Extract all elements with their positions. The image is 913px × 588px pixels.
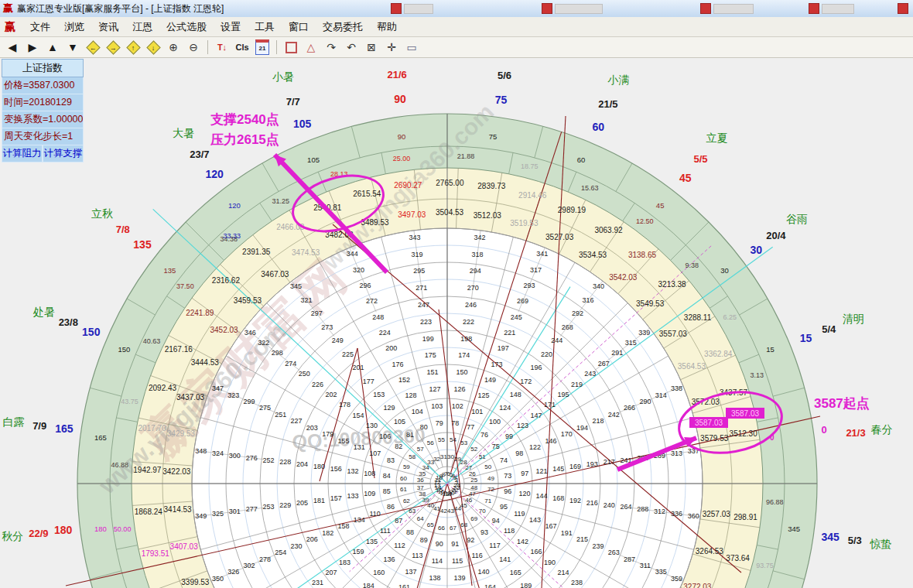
menu-item-3[interactable]: 江恩 bbox=[125, 18, 159, 36]
svg-text:201: 201 bbox=[352, 364, 364, 371]
svg-text:153: 153 bbox=[373, 391, 385, 398]
background-window-fragment bbox=[822, 4, 854, 14]
pan-left-icon[interactable]: ← bbox=[84, 39, 102, 56]
nav-next-icon[interactable]: ▶ bbox=[23, 39, 42, 56]
svg-text:3399.53: 3399.53 bbox=[181, 578, 210, 586]
svg-text:264: 264 bbox=[620, 503, 631, 511]
menu-item-6[interactable]: 工具 bbox=[248, 18, 282, 36]
calc-support-button[interactable]: 计算支撑 bbox=[43, 145, 84, 162]
svg-text:229: 229 bbox=[279, 501, 291, 509]
svg-text:135: 135 bbox=[133, 238, 152, 251]
svg-text:138: 138 bbox=[429, 574, 440, 582]
svg-text:75: 75 bbox=[489, 132, 498, 141]
background-window-fragment bbox=[404, 4, 433, 14]
svg-text:246: 246 bbox=[465, 301, 477, 309]
svg-text:267: 267 bbox=[598, 360, 610, 368]
nav-down-icon[interactable]: ▼ bbox=[63, 39, 82, 56]
svg-text:3459.53: 3459.53 bbox=[234, 296, 262, 305]
svg-text:3512.03: 3512.03 bbox=[474, 211, 502, 220]
background-window-icon bbox=[809, 3, 819, 14]
svg-text:173: 173 bbox=[491, 361, 502, 368]
nav-up-icon[interactable]: ▲ bbox=[43, 39, 62, 56]
svg-text:3527.03: 3527.03 bbox=[545, 233, 574, 241]
svg-text:152: 152 bbox=[398, 376, 410, 384]
zoom-out-icon[interactable]: ⊖ bbox=[184, 39, 203, 56]
svg-text:21.88: 21.88 bbox=[457, 152, 475, 160]
svg-text:150: 150 bbox=[456, 368, 467, 376]
time-price-icon[interactable]: T↓ bbox=[213, 39, 231, 56]
menu-item-4[interactable]: 公式选股 bbox=[159, 18, 214, 36]
menu-item-7[interactable]: 窗口 bbox=[282, 18, 316, 36]
svg-text:197: 197 bbox=[498, 344, 509, 352]
svg-text:226: 226 bbox=[312, 381, 323, 388]
svg-text:269: 269 bbox=[517, 297, 528, 305]
zoom-in-icon[interactable]: ⊕ bbox=[164, 39, 183, 56]
svg-text:121: 121 bbox=[535, 467, 547, 475]
pan-down-icon[interactable]: ↓ bbox=[144, 39, 162, 56]
svg-text:120: 120 bbox=[519, 490, 531, 497]
svg-text:清明: 清明 bbox=[843, 313, 864, 325]
svg-text:立夏: 立夏 bbox=[706, 132, 727, 144]
svg-text:183: 183 bbox=[339, 559, 350, 566]
svg-text:148: 148 bbox=[510, 391, 521, 398]
svg-text:3542.03: 3542.03 bbox=[609, 273, 638, 282]
svg-text:340: 340 bbox=[593, 282, 604, 290]
menu-item-9[interactable]: 帮助 bbox=[370, 18, 404, 36]
menu-item-8[interactable]: 交易委托 bbox=[316, 18, 370, 36]
svg-text:273: 273 bbox=[321, 323, 333, 331]
svg-text:360: 360 bbox=[688, 512, 699, 520]
svg-text:117: 117 bbox=[489, 542, 500, 549]
calc-resistance-button[interactable]: 计算阻力 bbox=[2, 145, 43, 162]
svg-text:103: 103 bbox=[431, 402, 443, 410]
svg-text:254: 254 bbox=[275, 549, 286, 556]
svg-text:30: 30 bbox=[720, 266, 729, 275]
gann-wheel-canvas[interactable]: 赢家财富网www.yingjia360.comwww.yingjia360.co… bbox=[0, 57, 913, 588]
svg-text:180: 180 bbox=[54, 524, 73, 536]
svg-text:318: 318 bbox=[472, 251, 484, 258]
rotate-ccw-icon[interactable]: ↶ bbox=[342, 39, 361, 56]
menu-item-2[interactable]: 资讯 bbox=[91, 18, 125, 36]
svg-text:3407.03: 3407.03 bbox=[170, 542, 199, 551]
svg-text:345: 345 bbox=[290, 282, 302, 290]
svg-text:85: 85 bbox=[383, 487, 391, 495]
board-icon[interactable]: ▭ bbox=[402, 39, 421, 56]
svg-text:313: 313 bbox=[671, 450, 682, 457]
pan-right-icon[interactable]: → bbox=[104, 39, 122, 56]
panel-buttons: 计算阻力 计算支撑 bbox=[2, 145, 84, 162]
menu-item-1[interactable]: 浏览 bbox=[57, 18, 91, 36]
nav-prev-icon[interactable]: ◀ bbox=[3, 39, 22, 56]
svg-text:245: 245 bbox=[511, 313, 522, 321]
svg-text:199: 199 bbox=[422, 335, 434, 343]
svg-text:3257.03: 3257.03 bbox=[703, 510, 731, 518]
svg-text:3497.03: 3497.03 bbox=[398, 210, 426, 219]
svg-text:33.33: 33.33 bbox=[224, 232, 241, 240]
svg-text:20/4: 20/4 bbox=[766, 230, 786, 241]
menu-item-5[interactable]: 设置 bbox=[214, 18, 248, 36]
svg-text:127: 127 bbox=[429, 385, 440, 393]
pan-up-icon[interactable]: ↑ bbox=[124, 39, 142, 56]
delete-box-icon[interactable]: ⊠ bbox=[362, 39, 381, 56]
center-view-icon[interactable]: ✛ bbox=[382, 39, 401, 56]
svg-text:31.25: 31.25 bbox=[272, 197, 290, 205]
window-title: 赢家江恩专业版[赢家服务平台] - [上证指数 江恩轮] bbox=[17, 2, 224, 15]
draw-square-icon[interactable] bbox=[282, 39, 300, 56]
svg-text:240: 240 bbox=[604, 501, 615, 509]
svg-text:9.38: 9.38 bbox=[686, 262, 699, 269]
menu-item-0[interactable]: 文件 bbox=[23, 18, 57, 36]
draw-triangle-icon[interactable]: △ bbox=[302, 39, 320, 56]
svg-text:106: 106 bbox=[379, 432, 391, 440]
svg-text:99: 99 bbox=[505, 432, 513, 440]
svg-text:248: 248 bbox=[372, 313, 384, 321]
svg-text:349: 349 bbox=[195, 512, 207, 520]
calendar-icon[interactable]: 21 bbox=[253, 39, 272, 56]
svg-text:51: 51 bbox=[479, 453, 486, 460]
svg-text:25.00: 25.00 bbox=[393, 155, 411, 162]
svg-text:3504.53: 3504.53 bbox=[436, 208, 464, 217]
svg-text:80: 80 bbox=[420, 423, 428, 431]
rotate-cw-icon[interactable]: ↷ bbox=[322, 39, 340, 56]
svg-text:66: 66 bbox=[438, 525, 445, 532]
cls-button[interactable]: Cls bbox=[233, 39, 251, 56]
svg-text:190: 190 bbox=[544, 559, 556, 566]
svg-text:15: 15 bbox=[800, 332, 812, 344]
svg-text:203: 203 bbox=[306, 424, 318, 432]
